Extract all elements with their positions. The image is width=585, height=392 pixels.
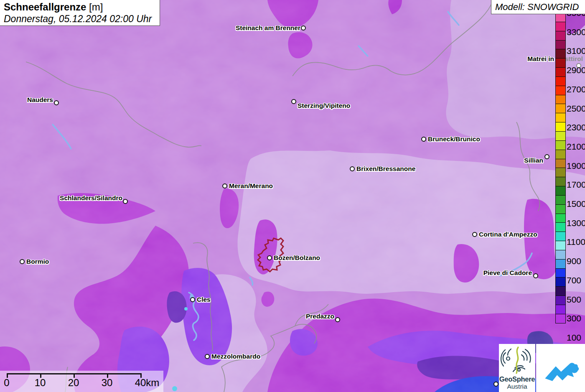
mezzolombardo-label: Mezzolombardo [211, 352, 260, 360]
partner-logo-icon [539, 347, 582, 389]
scalebar-label: 20 [68, 377, 79, 389]
title-parameter: Schneefallgrenze [4, 1, 86, 13]
steinach-am-brenner-dot [301, 25, 306, 31]
cortina-d-ampezzo-dot [472, 232, 477, 237]
colorbar-segment [555, 140, 566, 150]
colorbar-segment [555, 49, 566, 59]
sterzing-vipiteno-label: Sterzing/Vipiteno [298, 102, 350, 109]
cles-label: Cles [197, 295, 211, 303]
colorbar-segment [555, 286, 566, 296]
title-box: Schneefallgrenze [m] Donnerstag, 05.12.2… [0, 0, 160, 26]
colorbar-segment [555, 40, 566, 50]
cortina-d-ampezzo-label: Cortina d'Ampezzo [479, 230, 537, 238]
valid-time: Donnerstag, 05.12.2024 02:00 Uhr [4, 13, 160, 25]
colorbar-segment [555, 222, 566, 232]
unlabeled-city-dot [493, 382, 499, 387]
geosphere-logo-text: GeoSphere [499, 376, 535, 383]
colorbar-segment [555, 241, 566, 250]
schlanders-silandro-label: Schlanders/Silandro [60, 194, 122, 202]
mezzolombardo-dot [205, 354, 210, 359]
brixen-bressanone-label: Brixen/Bressanone [356, 165, 415, 173]
colorbar [555, 13, 566, 323]
model-label: Modell: SNOWGRID [491, 0, 585, 14]
nauders-label: Nauders [27, 96, 53, 104]
colorbar-tick-label: 1300 [567, 218, 585, 228]
nauders-dot [54, 100, 59, 105]
distance-scalebar: 010203040km [0, 371, 163, 392]
colorbar-tick-label: 1500 [567, 199, 585, 209]
pieve-di-cadore-label: Pieve di Cadore [483, 269, 532, 277]
page-title: Schneefallgrenze [m] [4, 1, 160, 13]
scalebar-label: 40km [135, 377, 160, 389]
colorbar-segment [555, 305, 566, 314]
colorbar-segment [555, 131, 566, 141]
sillian-label: Sillian [524, 156, 543, 164]
colorbar-segment [555, 76, 566, 86]
colorbar-tick-label: 3100 [567, 46, 585, 56]
colorbar-tick-label: 1100 [567, 237, 585, 247]
city-layer: Steinach am BrennerMatrei insttirolNaude… [0, 0, 585, 392]
geosphere-logo-icon [499, 344, 535, 374]
steinach-am-brenner-label: Steinach am Brenner [236, 24, 300, 32]
brixen-bressanone-dot [350, 166, 355, 171]
bozen-bolzano-label: Bozen/Bolzano [274, 254, 320, 262]
cles-dot [190, 297, 195, 302]
colorbar-tick-label: 100 [567, 333, 581, 342]
bruneck-brunico-label: Bruneck/Brunico [428, 135, 480, 143]
colorbar-segment [555, 159, 566, 168]
colorbar-tick-label: 700 [567, 275, 581, 285]
schlanders-silandro-dot [123, 199, 128, 204]
predazzo-label: Predazzo [306, 312, 334, 320]
colorbar-tick-label: 2100 [567, 142, 585, 151]
geosphere-logo: GeoSphere Austria [499, 344, 535, 392]
pieve-di-cadore-dot [533, 273, 538, 278]
colorbar-tick-label: 2300 [567, 122, 585, 132]
colorbar-segment [555, 122, 566, 132]
meran-merano-dot [222, 183, 227, 188]
colorbar-segment [555, 214, 566, 223]
colorbar-segment [555, 31, 566, 41]
scalebar-label: 30 [102, 377, 113, 389]
colorbar-segment [555, 58, 566, 68]
scalebar-label: 10 [35, 377, 46, 389]
predazzo-dot [335, 317, 340, 322]
colorbar-tick-label: 3300 [567, 27, 585, 37]
bormio-dot [20, 259, 25, 264]
colorbar-segment [555, 186, 566, 196]
bozen-bolzano-dot [267, 255, 272, 260]
colorbar-segment [555, 22, 566, 31]
matrei-in-osttirol-left-label: Matrei in [527, 55, 554, 63]
colorbar-segment [555, 295, 566, 305]
colorbar-segment [555, 86, 566, 95]
colorbar-segment [555, 250, 566, 260]
scalebar-label: 0 [4, 377, 9, 389]
colorbar-segment [555, 314, 566, 323]
geosphere-logo-subtext: Austria [499, 383, 535, 390]
sterzing-vipiteno-dot [291, 99, 296, 104]
colorbar-segment [555, 277, 566, 287]
partner-logo [536, 344, 585, 392]
colorbar-segment [555, 195, 566, 205]
bormio-label: Bormio [26, 257, 49, 265]
colorbar-segment [555, 232, 566, 241]
colorbar-segment [555, 204, 566, 214]
colorbar-tick-label: 300 [567, 313, 581, 323]
sillian-dot [544, 154, 549, 159]
meran-merano-label: Meran/Merano [229, 182, 273, 190]
colorbar-tick-label: 2500 [567, 104, 585, 113]
colorbar-segment [555, 150, 566, 159]
colorbar-tick-label: 2700 [567, 84, 585, 94]
colorbar-tick-label: 500 [567, 295, 581, 304]
colorbar-segment [555, 113, 566, 122]
colorbar-segment [555, 104, 566, 113]
colorbar-segment [555, 95, 566, 104]
bruneck-brunico-dot [421, 137, 426, 142]
colorbar-tick-label: 2900 [567, 65, 585, 75]
colorbar-tick-label: 1700 [567, 180, 585, 189]
colorbar-segment [555, 168, 566, 177]
colorbar-tick-label: 1900 [567, 161, 585, 171]
colorbar-segment [555, 67, 566, 77]
title-unit: [m] [86, 1, 103, 13]
colorbar-tick-label: 900 [567, 256, 581, 266]
colorbar-segment [555, 259, 566, 269]
